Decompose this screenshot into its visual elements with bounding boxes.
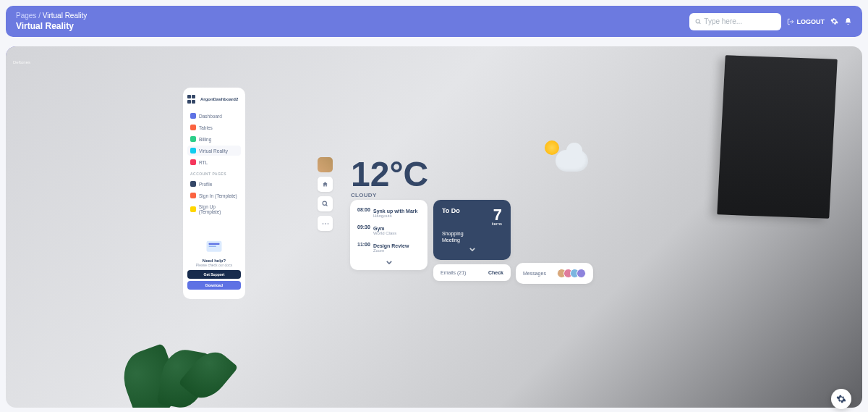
cube-icon — [190, 148, 196, 154]
schedule-time: 11:00 — [357, 242, 372, 247]
credit-card-icon — [190, 136, 196, 142]
logout-button[interactable]: LOGOUT — [787, 18, 825, 25]
table-icon — [190, 125, 196, 130]
gear-icon — [830, 17, 838, 25]
sidebar-item-sign-up-template-[interactable]: Sign Up (Template) — [187, 202, 241, 216]
svg-point-10 — [327, 223, 328, 224]
avatar[interactable] — [318, 157, 333, 172]
todo-title: To Do — [442, 207, 460, 214]
todo-expand-button[interactable] — [442, 246, 502, 253]
user-icon — [190, 181, 196, 187]
home-icon — [322, 181, 328, 188]
sun-icon — [545, 140, 559, 155]
settings-button[interactable] — [830, 17, 838, 25]
bell-icon — [844, 17, 852, 25]
sidebar-item-virtual-reality[interactable]: Virtual Reality — [187, 146, 241, 156]
get-support-button[interactable]: Get Support — [187, 270, 241, 279]
header-right: LOGOUT — [689, 13, 853, 30]
page-title: Virtual Reality — [16, 21, 87, 31]
svg-rect-4 — [209, 243, 220, 245]
schedule-title: Gym — [373, 226, 396, 231]
svg-line-1 — [699, 22, 700, 24]
breadcrumb-current: Virtual Reality — [43, 12, 88, 20]
schedule-subtitle: Zoom — [373, 248, 409, 253]
notifications-button[interactable] — [844, 17, 852, 25]
emails-check-button[interactable]: Check — [488, 270, 503, 275]
schedule-title: Synk up with Mark — [373, 209, 417, 214]
schedule-subtitle: Hangouts — [373, 214, 417, 218]
nav-label: Dashboard — [199, 114, 222, 119]
brand-logo-icon — [187, 95, 197, 104]
nav-label: Virtual Reality — [199, 148, 228, 154]
schedule-row[interactable]: 09:30GymWorld Class — [357, 224, 420, 237]
nav-label: Profile — [199, 182, 212, 187]
sidebar-section-label: ACCOUNT PAGES — [190, 172, 241, 176]
search-icon — [322, 201, 328, 207]
weather-widget: 12°C CLOUDY — [351, 157, 428, 198]
nav-label: Billing — [199, 137, 211, 142]
search-input[interactable] — [704, 17, 775, 25]
logout-icon — [787, 18, 794, 25]
mini-avatar[interactable] — [576, 269, 586, 278]
nav-label: Sign Up (Template) — [199, 204, 238, 214]
docs-icon — [203, 238, 225, 256]
breadcrumb: Pages / Virtual Reality — [16, 12, 87, 20]
nav-label: Tables — [199, 125, 213, 130]
search-button[interactable] — [318, 196, 333, 211]
home-button[interactable] — [318, 177, 333, 192]
schedule-time: 09:30 — [357, 224, 372, 230]
sidebar-item-sign-in-template-[interactable]: Sign In (Template) — [187, 190, 241, 201]
login-icon — [190, 193, 196, 198]
more-button[interactable] — [318, 216, 333, 231]
download-button[interactable]: Download — [187, 281, 241, 290]
sidebar: ArgonDashboard2 DashboardTablesBillingVi… — [183, 88, 245, 299]
messages-card: Messages — [516, 263, 593, 284]
messages-avatars[interactable] — [560, 269, 586, 278]
schedule-subtitle: World Class — [373, 231, 396, 235]
todo-count: 7 — [492, 207, 502, 223]
sidebar-item-billing[interactable]: Billing — [187, 134, 241, 144]
cloud-icon — [556, 150, 588, 172]
search-box[interactable] — [689, 13, 781, 30]
schedule-card: 08:00Synk up with MarkHangouts09:30GymWo… — [350, 200, 427, 270]
sidebar-item-rtl[interactable]: RTL — [187, 157, 241, 167]
schedule-expand-button[interactable] — [357, 259, 420, 266]
music-artist: Deftones — [13, 60, 76, 64]
gear-icon — [836, 394, 846, 404]
breadcrumb-root[interactable]: Pages — [16, 12, 36, 20]
emails-label: Emails (21) — [441, 270, 466, 275]
tv-icon — [190, 113, 196, 119]
svg-point-0 — [696, 19, 699, 22]
schedule-row[interactable]: 11:00Design ReviewZoom — [357, 242, 420, 255]
temperature: 12°C — [351, 157, 428, 192]
settings-fab[interactable] — [831, 389, 851, 409]
schedule-row[interactable]: 08:00Synk up with MarkHangouts — [357, 207, 420, 220]
vr-viewport: ArgonDashboard2 DashboardTablesBillingVi… — [6, 46, 862, 408]
schedule-time: 08:00 — [357, 207, 372, 212]
sidebar-brand[interactable]: ArgonDashboard2 — [187, 95, 241, 104]
chevron-down-icon — [469, 248, 475, 251]
todo-items: Shopping Meeting — [442, 230, 502, 243]
emails-card: Emails (21) Check — [433, 264, 511, 281]
nav-label: RTL — [199, 160, 208, 165]
messages-label: Messages — [523, 271, 546, 276]
sidebar-item-dashboard[interactable]: Dashboard — [187, 111, 241, 121]
svg-point-8 — [322, 223, 323, 224]
chevron-down-icon — [386, 261, 392, 264]
help-subtitle: Please check our docs — [187, 263, 241, 267]
sidebar-item-profile[interactable]: Profile — [187, 179, 241, 189]
svg-point-9 — [325, 223, 326, 224]
sidebar-item-tables[interactable]: Tables — [187, 122, 241, 133]
svg-rect-5 — [209, 246, 217, 248]
tv-screen — [717, 55, 838, 218]
app-header: Pages / Virtual Reality Virtual Reality … — [6, 6, 862, 37]
todo-units: items — [492, 222, 502, 226]
help-card: Need help? Please check our docs Get Sup… — [187, 238, 241, 290]
action-column — [318, 157, 333, 231]
todo-card: To Do 7 items Shopping Meeting — [433, 200, 511, 260]
header-left: Pages / Virtual Reality Virtual Reality — [16, 12, 87, 31]
svg-line-7 — [326, 205, 328, 206]
plant — [118, 314, 241, 408]
schedule-title: Design Review — [373, 243, 409, 248]
weather-icon — [537, 137, 588, 173]
